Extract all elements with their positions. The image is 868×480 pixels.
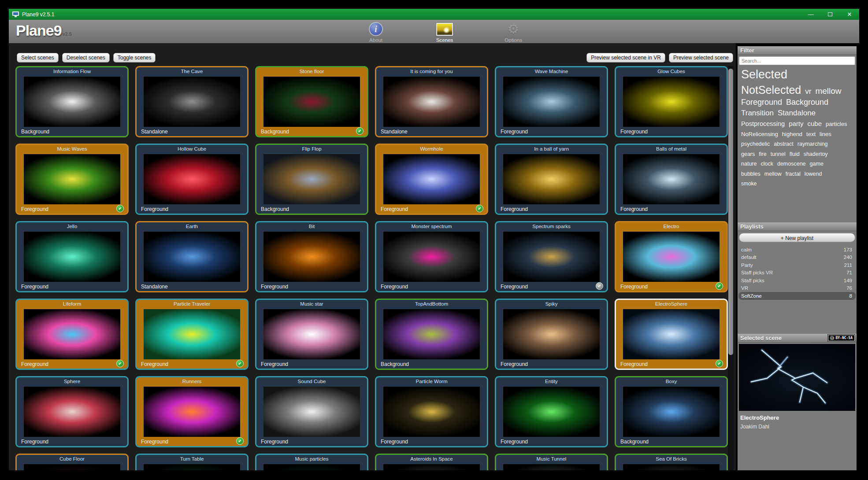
scene-tile[interactable]: TopAndBottom Background ✔ (375, 299, 488, 370)
new-playlist-button[interactable]: + New playlist (739, 233, 855, 242)
scene-tile[interactable]: Wave Machine Foreground ✔ (495, 66, 608, 137)
scene-type-label: Foreground (381, 206, 408, 212)
select-scenes-button[interactable]: Select scenes (17, 53, 59, 63)
filter-tag[interactable]: Selected (741, 68, 787, 81)
filter-tag[interactable]: text (806, 131, 816, 137)
filter-tag[interactable]: NoRelicensing (741, 131, 778, 137)
filter-tag[interactable]: bubbles (741, 171, 760, 177)
filter-tag[interactable]: psychedelic (741, 141, 770, 147)
scene-tile[interactable]: Earth Standalone ✔ (135, 221, 249, 292)
filter-tag[interactable]: particles (826, 121, 847, 127)
scene-tile[interactable]: Music star Foreground ✔ (255, 299, 368, 370)
scene-tile[interactable]: Sea Of Bricks ✔ (615, 454, 728, 470)
filter-tag[interactable]: party (789, 120, 803, 127)
filter-tag[interactable]: smoke (741, 181, 757, 187)
filter-tag[interactable]: mellow (815, 86, 841, 96)
scene-tile[interactable]: Turn Table ✔ (135, 454, 249, 470)
scene-tile[interactable]: Sphere Foreground ✔ (15, 376, 129, 447)
filter-tag[interactable]: clock (760, 161, 773, 167)
scene-tile[interactable]: Boxy Background ✔ (615, 376, 728, 447)
playlist-row[interactable]: Party211 (738, 261, 857, 269)
grid-scrollbar-thumb[interactable] (728, 69, 733, 355)
scene-tile[interactable]: Entity Foreground ✔ (495, 376, 608, 447)
scene-tile[interactable]: Electro Foreground ✔ (615, 221, 728, 292)
maximize-icon[interactable] (820, 9, 840, 20)
playlist-row[interactable]: default240 (738, 254, 857, 262)
scene-tile[interactable]: Bit Foreground ✔ (255, 221, 368, 292)
filter-tag[interactable]: demoscene (777, 161, 806, 167)
playlist-row[interactable]: VR76 (738, 284, 857, 292)
filter-tag[interactable]: cube (808, 120, 822, 127)
picture-icon (436, 23, 453, 36)
filter-tag[interactable]: lowend (805, 171, 822, 177)
filter-tag[interactable]: Background (786, 98, 828, 107)
scene-tile[interactable]: In a ball of yarn Foreground ✔ (495, 144, 608, 215)
scene-tile[interactable]: Music Waves Foreground ✔ (15, 144, 129, 215)
scene-selected-check-icon: ✔ (236, 437, 244, 445)
scene-tile[interactable]: Particle Traveler Foreground ✔ (135, 299, 249, 370)
filter-tag[interactable]: NotSelected (741, 84, 801, 96)
scene-tile[interactable]: Cube Floor ✔ (15, 454, 129, 470)
filter-tag[interactable]: tunnel (771, 151, 786, 157)
preview-button[interactable]: Preview selected scene (669, 53, 733, 63)
scene-tile[interactable]: Information Flow Background ✔ (15, 66, 129, 137)
scene-tile[interactable]: Asteroids In Space ✔ (375, 454, 488, 470)
scene-tile[interactable]: Runners Foreground ✔ (135, 376, 249, 447)
filter-tag[interactable]: vr (805, 87, 811, 96)
scene-type-label: Foreground (501, 284, 528, 290)
filter-tag-cloud: SelectedNotSelectedvrmellowForegroundBac… (741, 67, 853, 189)
scene-tile[interactable]: Lifeform Foreground ✔ (15, 299, 129, 370)
deselect-scenes-button[interactable]: Deselect scenes (62, 53, 110, 63)
scene-tile[interactable]: Balls of metal Foreground ✔ (615, 144, 728, 215)
filter-tag[interactable]: fire (759, 151, 766, 157)
scene-tile[interactable]: Wormhole Foreground ✔ (375, 144, 488, 215)
nav-scenes[interactable]: Scenes (425, 21, 464, 43)
scene-tile[interactable]: Stone floor Background ✔ (255, 66, 368, 137)
filter-tag[interactable]: lines (820, 131, 831, 137)
filter-tag[interactable]: Standalone (778, 109, 816, 117)
filter-tag[interactable]: mellow (764, 171, 782, 177)
playlist-row[interactable]: Staff picks149 (738, 277, 857, 284)
scene-tile[interactable]: Spectrum sparks Foreground ✔ (495, 221, 608, 292)
scene-tile[interactable]: Particle Worm Foreground ✔ (375, 376, 488, 447)
filter-tag[interactable]: raymarching (798, 141, 828, 147)
filter-tag[interactable]: abstract (774, 141, 793, 147)
playlist-row[interactable]: Staff picks VR71 (738, 269, 857, 277)
scene-tile[interactable]: Music particles ✔ (255, 454, 368, 470)
filter-tag[interactable]: fractal (786, 171, 801, 177)
scene-tile[interactable]: Sound Cube Foreground ✔ (255, 376, 368, 447)
filter-tag[interactable]: Transition (741, 109, 774, 117)
filter-tag[interactable]: game (810, 161, 823, 167)
toggle-scenes-button[interactable]: Toggle scenes (113, 53, 156, 63)
scene-tile[interactable]: Flip Flop Background ✔ (255, 144, 368, 215)
minimize-icon[interactable]: — (801, 9, 820, 20)
scene-tile[interactable]: ElectroSphere Foreground ✔ (615, 299, 728, 370)
scene-tile[interactable]: Hollow Cube Foreground ✔ (135, 144, 249, 215)
filter-tag[interactable]: fluid (790, 151, 800, 157)
scene-tile[interactable]: Glow Cubes Foreground ✔ (615, 66, 728, 137)
scene-tile[interactable]: Music Tunnel ✔ (495, 454, 608, 470)
scene-tile[interactable]: The Cave Standalone ✔ (135, 66, 249, 137)
grid-scrollbar-track[interactable] (728, 66, 734, 470)
search-input[interactable] (739, 56, 855, 65)
scene-type-label: Foreground (620, 129, 648, 135)
filter-tag[interactable]: Postprocessing (741, 120, 785, 127)
filter-tag[interactable]: Foreground (741, 98, 782, 107)
scene-tile[interactable]: Jello Foreground ✔ (15, 221, 129, 292)
filter-tag[interactable]: gears (741, 151, 755, 157)
close-icon[interactable]: ✕ (840, 9, 859, 20)
scene-selected-check-icon: ✔ (716, 282, 723, 290)
scene-thumbnail (144, 154, 240, 204)
scene-tile[interactable]: Monster spectrum Foreground ✔ (375, 221, 488, 292)
preview-vr-button[interactable]: Preview selected scene in VR (586, 53, 665, 63)
scene-tile[interactable]: Spiky Foreground ✔ (495, 299, 608, 370)
playlist-row[interactable]: SoftZone8 (738, 292, 856, 300)
filter-tag[interactable]: nature (741, 161, 757, 167)
nav-about[interactable]: i About (356, 21, 396, 43)
scene-tile[interactable]: It is coming for you Standalone ✔ (375, 66, 488, 137)
playlist-row[interactable]: calm173 (738, 246, 857, 254)
filter-tag[interactable]: shadertoy (804, 151, 828, 157)
nav-options[interactable]: ⚙ Options (493, 21, 533, 43)
sidebar: Filter SelectedNotSelectedvrmellowForegr… (738, 46, 857, 470)
filter-tag[interactable]: highend (782, 131, 802, 137)
